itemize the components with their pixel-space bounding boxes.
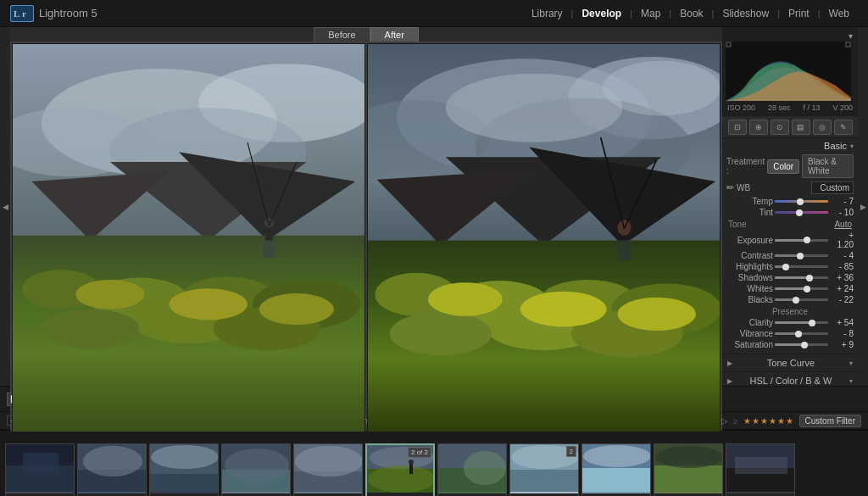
temp-label: Temp — [726, 197, 773, 206]
saturation-thumb[interactable] — [801, 342, 808, 348]
filmstrip-thumb-2[interactable]: ★★★★★ — [77, 443, 147, 497]
tone-auto-btn[interactable]: Auto — [834, 220, 852, 229]
filmstrip-thumb-6[interactable]: 2 of 2 ★★★★★ — [365, 443, 435, 497]
svg-point-87 — [583, 445, 651, 467]
blacks-slider[interactable] — [775, 298, 828, 301]
basic-panel-title[interactable]: Basic ▾ — [726, 141, 854, 151]
clarity-thumb[interactable] — [809, 320, 815, 326]
highlights-slider[interactable] — [775, 265, 828, 268]
treatment-row: Treatment : Color Black & White — [726, 154, 854, 178]
nav-develop[interactable]: Develop — [573, 0, 630, 27]
nav-library[interactable]: Library — [523, 0, 571, 27]
filter-arrow-right[interactable]: ▷ — [721, 416, 728, 426]
whites-thumb[interactable] — [804, 286, 810, 293]
svg-text:r: r — [22, 8, 26, 19]
spot-removal-tool[interactable]: ⊕ — [749, 120, 768, 135]
vibrance-slider[interactable] — [775, 332, 828, 335]
basic-label: Basic — [824, 141, 847, 151]
temp-row: Temp - 7 — [726, 197, 854, 206]
filmstrip-thumb-3[interactable]: ★★★★★ — [149, 443, 219, 497]
before-tab[interactable]: Before — [314, 27, 370, 42]
wb-value[interactable]: Custom — [811, 181, 854, 194]
contrast-thumb[interactable] — [797, 253, 804, 259]
temp-slider-track[interactable] — [775, 200, 828, 203]
filmstrip-thumb-10[interactable]: ★★★★★ — [654, 443, 723, 497]
tone-curve-collapse-arrow: ▶ — [727, 359, 732, 367]
highlights-value: - 85 — [830, 262, 854, 271]
blacks-thumb[interactable] — [793, 297, 799, 304]
after-tab[interactable]: After — [370, 27, 419, 42]
tone-label: Tone — [728, 220, 747, 229]
hsl-collapse-arrow: ▶ — [727, 377, 732, 385]
saturation-label: Saturation — [726, 340, 773, 349]
svg-point-65 — [151, 445, 219, 469]
image-compare — [10, 42, 722, 434]
graduated-filter-tool[interactable]: ▤ — [792, 120, 810, 135]
blacks-value: - 22 — [830, 295, 854, 304]
exposure-thumb[interactable] — [804, 237, 810, 243]
highlights-row: Highlights - 85 — [726, 262, 854, 271]
hsl-section[interactable]: ▶ HSL / Color / B & W ▾ — [722, 372, 858, 386]
vibrance-thumb[interactable] — [795, 331, 802, 337]
shadows-thumb[interactable] — [806, 275, 813, 281]
redeye-tool[interactable]: ⊙ — [771, 120, 789, 135]
histogram-arrow: ▾ — [849, 31, 853, 41]
svg-point-44 — [390, 312, 492, 355]
nav-map[interactable]: Map — [632, 0, 669, 27]
hsl-label: HSL / Color / B & W — [750, 376, 832, 386]
clarity-value: + 54 — [830, 318, 854, 327]
temp-value: - 7 — [830, 197, 854, 206]
nav-slideshow[interactable]: Slideshow — [714, 0, 777, 27]
exposure-slider[interactable] — [775, 239, 828, 242]
svg-rect-24 — [263, 241, 275, 259]
tint-value: - 10 — [830, 208, 854, 217]
blacks-label: Blacks — [726, 295, 773, 304]
color-button[interactable]: Color — [767, 159, 799, 174]
contrast-slider[interactable] — [775, 254, 828, 257]
filmstrip-thumb-5[interactable]: ★★★★★ — [293, 443, 363, 497]
exposure-value: + 1.20 — [830, 231, 854, 249]
filmstrip-thumb-1[interactable]: ★★★★★ — [5, 443, 75, 497]
clarity-slider[interactable] — [775, 321, 828, 324]
bw-button[interactable]: Black & White — [802, 154, 854, 178]
top-bar: L r Lightroom 5 Library | Develop | Map … — [0, 0, 868, 27]
vibrance-row: Vibrance - 8 — [726, 329, 854, 338]
svg-point-17 — [42, 309, 140, 348]
nav-print[interactable]: Print — [780, 0, 818, 27]
tint-thumb[interactable] — [796, 209, 803, 216]
adjustment-brush-tool[interactable]: ✎ — [834, 120, 853, 135]
svg-point-23 — [264, 218, 275, 228]
exposure-label: Exposure — [726, 236, 773, 245]
crop-tool[interactable]: ⊡ — [728, 120, 747, 135]
filmstrip-thumb-4[interactable]: ★★★★★ — [221, 443, 291, 497]
nav-book[interactable]: Book — [671, 0, 711, 27]
filmstrip-thumb-8[interactable]: ★★★★★ 2 — [509, 443, 579, 497]
saturation-slider[interactable] — [775, 343, 828, 346]
temp-thumb[interactable] — [797, 198, 804, 205]
tint-label: Tint — [726, 208, 773, 217]
eyedropper-icon[interactable]: ✏ — [726, 182, 734, 193]
shadows-slider[interactable] — [775, 276, 828, 279]
nav-web[interactable]: Web — [821, 0, 858, 27]
focal-value: V 200 — [832, 103, 853, 112]
filmstrip-thumb-7[interactable]: ★★★★★ — [437, 443, 507, 497]
svg-point-32 — [446, 74, 622, 142]
tint-row: Tint - 10 — [726, 208, 854, 217]
tone-curve-section[interactable]: ▶ Tone Curve ▾ — [722, 354, 858, 372]
filter-stars[interactable]: ★★★★★★ — [743, 416, 794, 426]
iso-value: ISO 200 — [727, 103, 755, 112]
whites-slider[interactable] — [775, 287, 828, 290]
filmstrip-thumb-9[interactable]: ★★★★★ — [581, 443, 651, 497]
lr-logo: L r — [10, 5, 34, 22]
filmstrip-images: ★★★★★ ★★★★★ ★★★★★ ★★★★★ ★★★★★ 2 of 2 — [0, 431, 868, 496]
tint-slider-track[interactable] — [775, 211, 828, 214]
highlights-thumb[interactable] — [782, 264, 789, 270]
radial-filter-tool[interactable]: ◎ — [813, 120, 832, 135]
filmstrip-thumb-11[interactable]: ★★★★★ — [726, 443, 795, 497]
svg-point-68 — [225, 449, 289, 482]
svg-rect-93 — [735, 457, 787, 474]
right-collapse-handle[interactable]: ▶ — [858, 27, 868, 386]
custom-filter-btn[interactable]: Custom Filter — [799, 415, 861, 427]
svg-point-90 — [655, 446, 723, 468]
tone-curve-label: Tone Curve — [767, 358, 815, 368]
